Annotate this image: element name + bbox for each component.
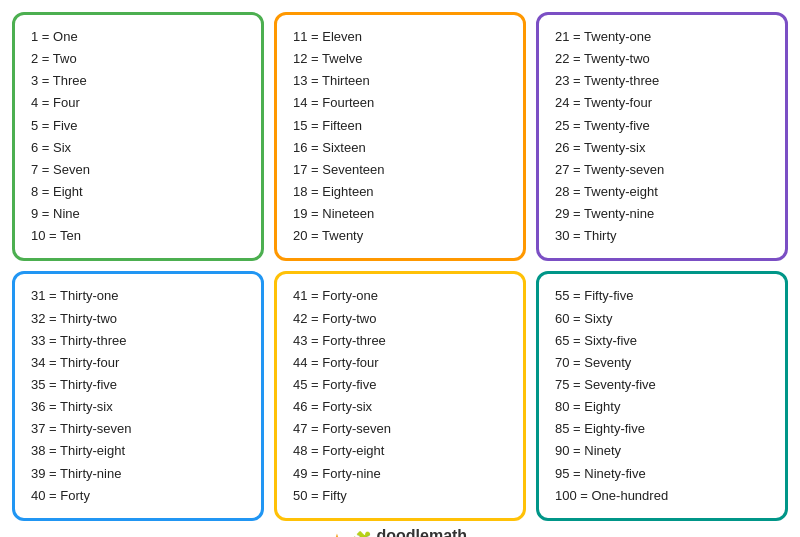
- list-item: 100 = One-hundred: [555, 486, 769, 506]
- doodle-logo: ★ 🧩 doodlemath By Discovery Education: [328, 527, 471, 537]
- list-item: 4 = Four: [31, 93, 245, 113]
- card-4: 31 = Thirty-one32 = Thirty-two33 = Thirt…: [12, 271, 264, 520]
- list-item: 42 = Forty-two: [293, 309, 507, 329]
- list-item: 12 = Twelve: [293, 49, 507, 69]
- list-item: 80 = Eighty: [555, 397, 769, 417]
- list-item: 26 = Twenty-six: [555, 138, 769, 158]
- list-item: 49 = Forty-nine: [293, 464, 507, 484]
- list-item: 28 = Twenty-eight: [555, 182, 769, 202]
- list-item: 17 = Seventeen: [293, 160, 507, 180]
- card-1: 1 = One2 = Two3 = Three4 = Four5 = Five6…: [12, 12, 264, 261]
- list-item: 11 = Eleven: [293, 27, 507, 47]
- list-item: 36 = Thirty-six: [31, 397, 245, 417]
- list-item: 7 = Seven: [31, 160, 245, 180]
- list-item: 41 = Forty-one: [293, 286, 507, 306]
- list-item: 46 = Forty-six: [293, 397, 507, 417]
- list-item: 22 = Twenty-two: [555, 49, 769, 69]
- list-item: 60 = Sixty: [555, 309, 769, 329]
- list-item: 35 = Thirty-five: [31, 375, 245, 395]
- list-item: 48 = Forty-eight: [293, 441, 507, 461]
- list-item: 2 = Two: [31, 49, 245, 69]
- list-item: 13 = Thirteen: [293, 71, 507, 91]
- list-item: 70 = Seventy: [555, 353, 769, 373]
- card-6: 55 = Fifty-five60 = Sixty65 = Sixty-five…: [536, 271, 788, 520]
- list-item: 25 = Twenty-five: [555, 116, 769, 136]
- list-item: 20 = Twenty: [293, 226, 507, 246]
- list-item: 6 = Six: [31, 138, 245, 158]
- list-item: 32 = Thirty-two: [31, 309, 245, 329]
- card-3: 21 = Twenty-one22 = Twenty-two23 = Twent…: [536, 12, 788, 261]
- list-item: 3 = Three: [31, 71, 245, 91]
- number-grid: 1 = One2 = Two3 = Three4 = Four5 = Five6…: [12, 12, 788, 521]
- list-item: 18 = Eighteen: [293, 182, 507, 202]
- list-item: 30 = Thirty: [555, 226, 769, 246]
- list-item: 33 = Thirty-three: [31, 331, 245, 351]
- list-item: 10 = Ten: [31, 226, 245, 246]
- list-item: 44 = Forty-four: [293, 353, 507, 373]
- list-item: 1 = One: [31, 27, 245, 47]
- list-item: 8 = Eight: [31, 182, 245, 202]
- card-2: 11 = Eleven12 = Twelve13 = Thirteen14 = …: [274, 12, 526, 261]
- list-item: 5 = Five: [31, 116, 245, 136]
- list-item: 23 = Twenty-three: [555, 71, 769, 91]
- list-item: 43 = Forty-three: [293, 331, 507, 351]
- list-item: 24 = Twenty-four: [555, 93, 769, 113]
- puzzle-icon: 🧩: [350, 530, 372, 537]
- list-item: 38 = Thirty-eight: [31, 441, 245, 461]
- list-item: 34 = Thirty-four: [31, 353, 245, 373]
- list-item: 40 = Forty: [31, 486, 245, 506]
- list-item: 16 = Sixteen: [293, 138, 507, 158]
- list-item: 75 = Seventy-five: [555, 375, 769, 395]
- list-item: 9 = Nine: [31, 204, 245, 224]
- list-item: 21 = Twenty-one: [555, 27, 769, 47]
- logo-text: doodlemath: [376, 527, 467, 537]
- list-item: 55 = Fifty-five: [555, 286, 769, 306]
- list-item: 37 = Thirty-seven: [31, 419, 245, 439]
- list-item: 19 = Nineteen: [293, 204, 507, 224]
- list-item: 27 = Twenty-seven: [555, 160, 769, 180]
- list-item: 90 = Ninety: [555, 441, 769, 461]
- list-item: 50 = Fifty: [293, 486, 507, 506]
- card-5: 41 = Forty-one42 = Forty-two43 = Forty-t…: [274, 271, 526, 520]
- list-item: 39 = Thirty-nine: [31, 464, 245, 484]
- list-item: 15 = Fifteen: [293, 116, 507, 136]
- list-item: 47 = Forty-seven: [293, 419, 507, 439]
- list-item: 31 = Thirty-one: [31, 286, 245, 306]
- star-icon: ★: [328, 529, 346, 537]
- list-item: 65 = Sixty-five: [555, 331, 769, 351]
- list-item: 14 = Fourteen: [293, 93, 507, 113]
- list-item: 45 = Forty-five: [293, 375, 507, 395]
- list-item: 95 = Ninety-five: [555, 464, 769, 484]
- list-item: 85 = Eighty-five: [555, 419, 769, 439]
- footer: ★ 🧩 doodlemath By Discovery Education: [328, 521, 471, 537]
- list-item: 29 = Twenty-nine: [555, 204, 769, 224]
